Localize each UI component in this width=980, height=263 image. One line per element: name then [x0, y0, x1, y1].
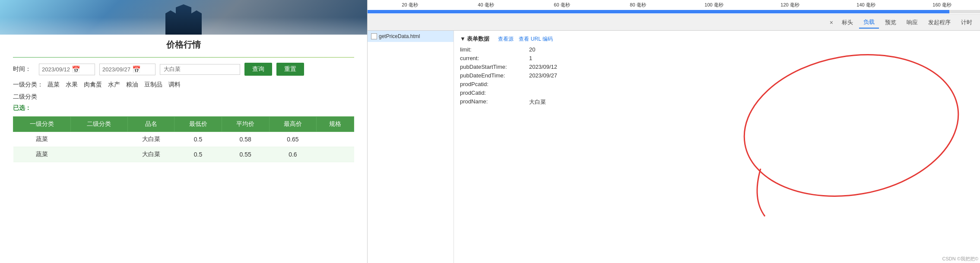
selected-label: 已选：: [13, 104, 31, 112]
timeline-labels: 20 毫秒 40 毫秒 60 毫秒 80 毫秒 100 毫秒 120 毫秒 14…: [368, 0, 980, 9]
tab-headers[interactable]: 标头: [837, 17, 857, 28]
timeline-fill: [368, 10, 949, 13]
timeline-track: [368, 10, 980, 13]
col-name: 品名: [128, 117, 174, 132]
payload-val-pubDateStart: 2023/09/12: [529, 64, 557, 70]
payload-row-prodPcatid: prodPcatid:: [460, 81, 974, 87]
cell-avg-1: 0.55: [222, 147, 269, 162]
cell-min-1: 0.5: [174, 147, 222, 162]
tab-response[interactable]: 响应: [902, 17, 922, 28]
divider-line: [13, 57, 354, 58]
tab-preview[interactable]: 预览: [881, 17, 901, 28]
view-url-link[interactable]: 查看 URL 编码: [519, 35, 552, 43]
col-cat2: 二级分类: [70, 117, 128, 132]
cat1-item-5[interactable]: 豆制品: [143, 80, 164, 90]
reset-button[interactable]: 重置: [276, 63, 304, 76]
timeline-area: 20 毫秒 40 毫秒 60 毫秒 80 毫秒 100 毫秒 120 毫秒 14…: [368, 0, 980, 15]
date-start-text: 2023/09/12: [42, 66, 70, 73]
payload-header: ▼ 表单数据 查看源 查看 URL 编码: [460, 35, 974, 43]
query-button[interactable]: 查询: [244, 63, 272, 76]
product-search-input[interactable]: [160, 64, 240, 75]
price-table: 一级分类 二级分类 品名 最低价 平均价 最高价 规格 蔬菜 大白菜 0.5 0…: [13, 116, 354, 162]
left-panel: 价格行情 时间： 2023/09/12 📅 2023/09/27 📅 查询 重置…: [0, 0, 367, 263]
col-spec: 规格: [317, 117, 354, 132]
cat1-item-1[interactable]: 水果: [64, 80, 79, 90]
view-source-link[interactable]: 查看源: [498, 35, 514, 43]
payload-row-pubDateEnd: pubDateEndTime: 2023/09/27: [460, 72, 974, 79]
timeline-label-3: 80 毫秒: [600, 2, 676, 8]
category1-row: 一级分类： 蔬菜 水果 肉禽蛋 水产 粮油 豆制品 调料: [13, 80, 354, 90]
timeline-label-2: 60 毫秒: [524, 2, 600, 8]
payload-key-prodPcatid: prodPcatid:: [460, 81, 529, 87]
date-start-input[interactable]: 2023/09/12 📅: [39, 64, 95, 75]
payload-key-pubDateStart: pubDateStartTime:: [460, 64, 529, 70]
right-panel: 20 毫秒 40 毫秒 60 毫秒 80 毫秒 100 毫秒 120 毫秒 14…: [367, 0, 980, 263]
cell-spec-1: [317, 147, 354, 162]
timeline-label-1: 40 毫秒: [448, 2, 524, 8]
col-cat1: 一级分类: [13, 117, 71, 132]
payload-key-current: current:: [460, 55, 529, 61]
payload-key-pubDateEnd: pubDateEndTime:: [460, 72, 529, 79]
cat1-item-6[interactable]: 调料: [167, 80, 182, 90]
time-label: 时间：: [13, 65, 35, 73]
cell-name-1: 大白菜: [128, 147, 174, 162]
cell-cat1-0: 蔬菜: [13, 132, 71, 147]
col-min: 最低价: [174, 117, 222, 132]
cell-cat1-1: 蔬菜: [13, 147, 71, 162]
payload-row-current: current: 1: [460, 55, 974, 61]
network-panel: getPriceData.html ▼ 表单数据 查看源 查看 URL 编码 l…: [368, 31, 980, 263]
cat1-item-2[interactable]: 肉禽蛋: [82, 80, 104, 90]
date-end-input[interactable]: 2023/09/27 📅: [99, 64, 155, 75]
cell-max-0: 0.65: [269, 132, 317, 147]
timeline-label-7: 160 毫秒: [904, 2, 980, 8]
network-item-getPriceData[interactable]: getPriceData.html: [368, 31, 454, 42]
payload-row-prodCatid: prodCatid:: [460, 90, 974, 96]
cell-cat2-0: [70, 132, 128, 147]
payload-row-prodName: prodName: 大白菜: [460, 98, 974, 106]
filter-row: 时间： 2023/09/12 📅 2023/09/27 📅 查询 重置: [13, 63, 354, 76]
timeline-label-6: 140 毫秒: [828, 2, 904, 8]
payload-val-current: 1: [529, 55, 532, 61]
cell-min-0: 0.5: [174, 132, 222, 147]
payload-key-prodName: prodName:: [460, 98, 529, 106]
csdn-watermark: CSDN ©我把把©: [942, 256, 978, 262]
timeline-label-4: 100 毫秒: [676, 2, 752, 8]
category2-row: 二级分类: [13, 93, 354, 101]
payload-key-limit: limit:: [460, 46, 529, 53]
payload-key-prodCatid: prodCatid:: [460, 90, 529, 96]
close-button[interactable]: ×: [827, 18, 836, 27]
payload-val-limit: 20: [529, 46, 535, 53]
payload-panel: ▼ 表单数据 查看源 查看 URL 编码 limit: 20 current: …: [454, 31, 980, 263]
cat1-item-3[interactable]: 水产: [106, 80, 122, 90]
payload-section-title: ▼ 表单数据: [460, 35, 489, 43]
tab-payload[interactable]: 负载: [859, 16, 879, 29]
payload-val-pubDateEnd: 2023/09/27: [529, 72, 557, 79]
cell-cat2-1: [70, 147, 128, 162]
cat1-item-4[interactable]: 粮油: [124, 80, 140, 90]
table-row: 蔬菜 大白菜 0.5 0.58 0.65: [13, 132, 354, 147]
col-max: 最高价: [269, 117, 317, 132]
cell-max-1: 0.6: [269, 147, 317, 162]
devtools-toolbar: × 标头 负载 预览 响应 发起程序 计时: [368, 15, 980, 31]
timeline-label-5: 120 毫秒: [752, 2, 828, 8]
selected-row: 已选：: [13, 104, 354, 112]
network-item-name: getPriceData.html: [379, 33, 420, 39]
timeline-label-0: 20 毫秒: [372, 2, 448, 8]
page-title: 价格行情: [13, 39, 354, 51]
hero-image: [0, 0, 367, 35]
calendar-start-icon[interactable]: 📅: [72, 65, 80, 74]
category1-label: 一级分类：: [13, 81, 43, 89]
tab-initiator[interactable]: 发起程序: [924, 17, 955, 28]
calendar-end-icon[interactable]: 📅: [132, 65, 141, 74]
tab-timing[interactable]: 计时: [957, 17, 977, 28]
category2-label: 二级分类: [13, 93, 43, 101]
content-area: 价格行情 时间： 2023/09/12 📅 2023/09/27 📅 查询 重置…: [0, 35, 367, 263]
col-avg: 平均价: [222, 117, 269, 132]
network-item-icon: [371, 33, 377, 39]
table-row: 蔬菜 大白菜 0.5 0.55 0.6: [13, 147, 354, 162]
cell-name-0: 大白菜: [128, 132, 174, 147]
network-list: getPriceData.html: [368, 31, 454, 263]
cat1-item-0[interactable]: 蔬菜: [46, 80, 61, 90]
date-end-text: 2023/09/27: [102, 66, 130, 73]
payload-val-prodName: 大白菜: [529, 98, 546, 106]
